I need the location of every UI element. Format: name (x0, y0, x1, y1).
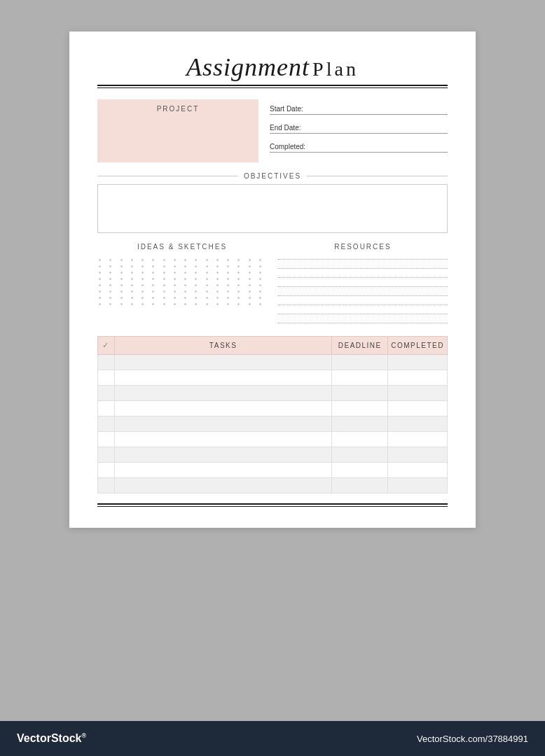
dot (249, 297, 251, 299)
dot (131, 278, 133, 280)
row-completed[interactable] (388, 386, 448, 401)
row-check (98, 478, 115, 493)
row-completed[interactable] (388, 478, 448, 493)
resource-line-1 (278, 259, 448, 260)
dot (227, 259, 229, 261)
row-completed[interactable] (388, 416, 448, 432)
dot (259, 297, 261, 299)
dot (174, 297, 176, 299)
row-task[interactable] (115, 416, 332, 432)
table-row (98, 370, 448, 386)
dot (184, 303, 186, 305)
resource-lines (278, 256, 448, 326)
row-task[interactable] (115, 463, 332, 478)
dot (131, 272, 133, 274)
dot (163, 272, 165, 274)
dot (259, 303, 261, 305)
row-deadline[interactable] (332, 370, 388, 386)
header-line-thick (97, 85, 448, 86)
row-check (98, 416, 115, 432)
resource-line-4 (278, 286, 448, 287)
row-deadline[interactable] (332, 432, 388, 447)
dot (249, 290, 251, 293)
dot (174, 272, 176, 274)
page-wrapper: AssignmentPlan PROJECT Start Date: End D… (0, 0, 545, 756)
completed-col-header: COMPLETED (388, 337, 448, 355)
dot (142, 284, 144, 286)
dot (227, 297, 229, 299)
row-task[interactable] (115, 355, 332, 370)
row-deadline[interactable] (332, 447, 388, 463)
row-deadline[interactable] (332, 386, 388, 401)
dot (227, 278, 229, 280)
row-task[interactable] (115, 401, 332, 416)
two-col-section: IDEAS & SKETCHES RESOURCES (97, 243, 448, 326)
row-completed[interactable] (388, 355, 448, 370)
dot (142, 272, 144, 274)
dot (109, 284, 111, 286)
dot (259, 278, 261, 280)
dot (184, 259, 186, 261)
row-task[interactable] (115, 370, 332, 386)
dot-grid (97, 256, 267, 308)
header-lines (97, 85, 448, 88)
dot (120, 290, 123, 293)
row-check (98, 401, 115, 416)
dot (195, 278, 197, 280)
check-col-header: ✓ (98, 337, 115, 355)
row-deadline[interactable] (332, 478, 388, 493)
row-completed[interactable] (388, 401, 448, 416)
dot (237, 290, 240, 293)
dot (120, 297, 123, 299)
dot (152, 265, 154, 267)
table-row (98, 432, 448, 447)
dot (163, 297, 165, 299)
row-completed[interactable] (388, 463, 448, 478)
dot (99, 284, 101, 286)
dot (216, 265, 219, 267)
dot (152, 303, 154, 305)
dot (184, 272, 186, 274)
row-deadline[interactable] (332, 355, 388, 370)
tasks-header-row: ✓ TASKS DEADLINE COMPLETED (98, 337, 448, 355)
watermark-url: VectorStock.com/37884991 (417, 734, 528, 744)
footer-line-thin (97, 506, 448, 507)
objectives-line-left (97, 176, 238, 176)
dot (120, 272, 123, 274)
objectives-line-right (307, 176, 448, 176)
row-task[interactable] (115, 447, 332, 463)
table-row (98, 386, 448, 401)
dot (249, 284, 251, 286)
dot (131, 265, 133, 267)
resource-line-5 (278, 295, 448, 296)
dot (142, 290, 144, 293)
ideas-col: IDEAS & SKETCHES (97, 243, 267, 326)
row-task[interactable] (115, 386, 332, 401)
dot (152, 278, 154, 280)
row-completed[interactable] (388, 447, 448, 463)
row-deadline[interactable] (332, 416, 388, 432)
dot (131, 303, 133, 305)
resource-line-7 (278, 314, 448, 314)
tasks-table: ✓ TASKS DEADLINE COMPLETED (97, 336, 448, 493)
row-completed[interactable] (388, 432, 448, 447)
dot (99, 259, 101, 261)
row-deadline[interactable] (332, 401, 388, 416)
row-check (98, 355, 115, 370)
completed-row: Completed: (270, 143, 448, 153)
dot (174, 265, 176, 267)
dot (174, 303, 176, 305)
dot (163, 265, 165, 267)
row-task[interactable] (115, 432, 332, 447)
objectives-box[interactable] (97, 184, 448, 233)
dot (184, 278, 186, 280)
row-completed[interactable] (388, 370, 448, 386)
title-plan: Plan (312, 58, 359, 80)
dot (227, 284, 229, 286)
header: AssignmentPlan (97, 52, 448, 88)
ideas-title: IDEAS & SKETCHES (97, 243, 267, 251)
row-deadline[interactable] (332, 463, 388, 478)
row-task[interactable] (115, 478, 332, 493)
dot (195, 290, 197, 293)
dot (99, 297, 101, 299)
